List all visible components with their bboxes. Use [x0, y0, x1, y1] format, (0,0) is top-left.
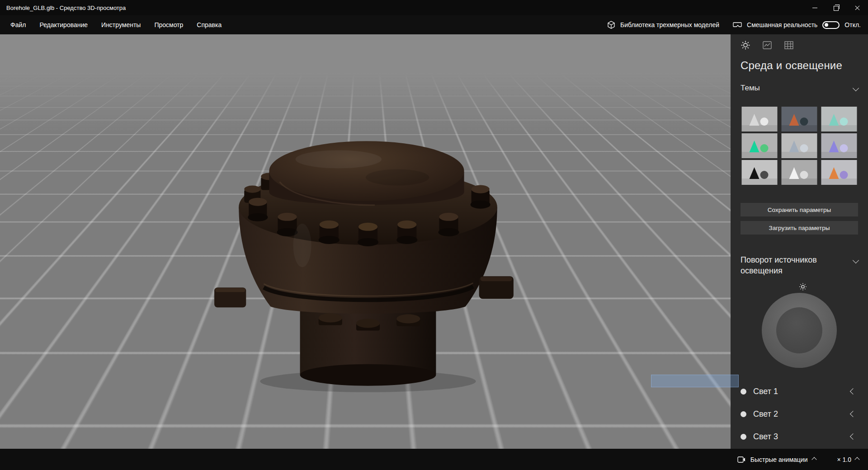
- themes-grid: [741, 107, 858, 185]
- window-title: Borehole_GLB.glb - Средство 3D-просмотра: [0, 5, 126, 11]
- panel-title: Среда и освещение: [741, 59, 858, 72]
- model-library-button[interactable]: Библиотека трехмерных моделей: [607, 20, 719, 29]
- title-bar: Borehole_GLB.glb - Средство 3D-просмотра: [0, 0, 868, 15]
- selection-highlight: [651, 375, 739, 387]
- minimize-icon: [812, 8, 817, 8]
- environment-panel: Среда и освещение Темы: [731, 34, 868, 449]
- quick-animations-label: Быстрые анимации: [750, 456, 808, 463]
- chevron-up-icon: [812, 457, 817, 462]
- light-1-expand[interactable]: [850, 388, 856, 395]
- chevron-up-icon: [854, 457, 859, 462]
- tab-stats[interactable]: [762, 40, 772, 50]
- playback-speed-button[interactable]: × 1.0: [837, 456, 859, 463]
- theme-thumbnail-1[interactable]: [741, 107, 778, 132]
- light-1-label: Свет 1: [753, 387, 778, 396]
- menu-bar: Файл Редактирование Инструменты Просмотр…: [0, 15, 868, 34]
- light-row-2: Свет 2: [741, 403, 858, 425]
- themes-section-header[interactable]: Темы: [741, 84, 858, 93]
- menu-tools[interactable]: Инструменты: [94, 15, 147, 34]
- sun-icon: [741, 41, 750, 50]
- light-row-3: Свет 3: [741, 425, 858, 448]
- chevron-down-icon: [853, 85, 859, 91]
- mixed-reality-toggle[interactable]: [822, 21, 840, 29]
- theme-thumbnail-4[interactable]: [741, 133, 778, 158]
- light-3-label: Свет 3: [753, 432, 778, 442]
- close-button[interactable]: [847, 0, 868, 15]
- mixed-reality-icon: [733, 21, 742, 28]
- light-1-toggle[interactable]: [741, 389, 746, 395]
- menu-file[interactable]: Файл: [4, 15, 33, 34]
- bottom-bar: Быстрые анимации × 1.0: [0, 449, 868, 470]
- lights-list: Свет 1 Свет 2 Свет 3: [741, 380, 858, 448]
- light-2-expand[interactable]: [850, 411, 856, 417]
- theme-thumbnail-6[interactable]: [820, 133, 858, 158]
- tab-grid[interactable]: [784, 40, 794, 50]
- close-icon: [854, 5, 860, 11]
- theme-thumbnail-2[interactable]: [780, 107, 818, 132]
- model-library-label: Библиотека трехмерных моделей: [620, 21, 719, 28]
- dial-sun-icon: [799, 283, 807, 292]
- stats-icon: [763, 41, 772, 49]
- load-parameters-button[interactable]: Загрузить параметры: [741, 221, 858, 235]
- mixed-reality-group: Смешанная реальность Откл.: [733, 21, 861, 29]
- menu-view[interactable]: Просмотр: [147, 15, 190, 34]
- quick-animations-button[interactable]: Быстрые анимации: [737, 456, 816, 463]
- chevron-down-icon: [853, 257, 859, 263]
- theme-thumbnail-3[interactable]: [820, 107, 858, 132]
- theme-thumbnail-5[interactable]: [780, 133, 818, 158]
- restore-icon: [834, 6, 839, 11]
- panel-tabs: [741, 40, 858, 50]
- theme-thumbnail-8[interactable]: [780, 160, 818, 185]
- light-rotation-dial[interactable]: [762, 293, 837, 368]
- dial-knob: [776, 307, 822, 353]
- tab-environment[interactable]: [741, 40, 750, 50]
- rotation-label: Поворот источников освещения: [741, 254, 831, 277]
- save-parameters-button[interactable]: Сохранить параметры: [741, 203, 858, 216]
- menu-edit[interactable]: Редактирование: [33, 15, 94, 34]
- light-3-toggle[interactable]: [741, 434, 746, 440]
- speed-value: × 1.0: [837, 456, 851, 463]
- mixed-reality-state: Откл.: [844, 21, 861, 28]
- light-2-label: Свет 2: [753, 409, 778, 419]
- light-row-1: Свет 1: [741, 380, 858, 403]
- toggle-knob: [825, 23, 828, 27]
- animation-icon: [737, 456, 745, 463]
- theme-thumbnail-7[interactable]: [741, 160, 778, 185]
- grid-icon: [784, 41, 793, 49]
- theme-thumbnail-9[interactable]: [820, 160, 858, 185]
- rotation-section-header[interactable]: Поворот источников освещения: [741, 254, 858, 277]
- mixed-reality-label: Смешанная реальность: [747, 21, 817, 28]
- light-3-expand[interactable]: [850, 433, 856, 440]
- menu-right-group: Библиотека трехмерных моделей Смешанная …: [607, 20, 868, 29]
- light-2-toggle[interactable]: [741, 411, 746, 417]
- light-rotation-dial-wrap: [741, 283, 858, 368]
- restore-button[interactable]: [826, 0, 847, 15]
- cube-icon: [607, 20, 616, 29]
- model-borehole: [203, 109, 534, 396]
- minimize-button[interactable]: [804, 0, 826, 15]
- window-controls: [804, 0, 868, 15]
- viewport-3d[interactable]: [0, 34, 731, 449]
- main-area: Среда и освещение Темы: [0, 34, 868, 449]
- menu-help[interactable]: Справка: [190, 15, 228, 34]
- grid-floor: [0, 34, 731, 76]
- themes-label: Темы: [741, 84, 760, 93]
